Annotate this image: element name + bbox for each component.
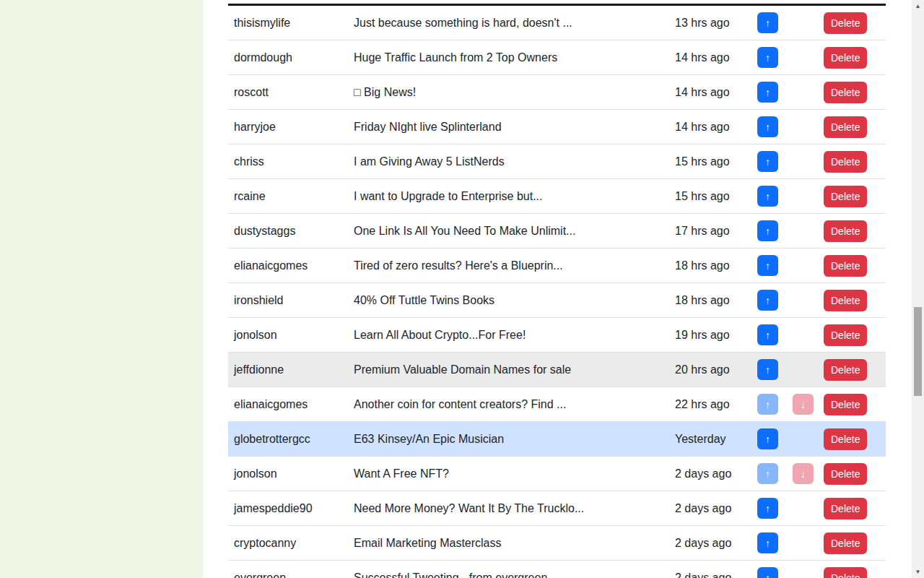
delete-cell: Delete bbox=[818, 463, 886, 485]
message-subject: Learn All About Crypto...For Free! bbox=[348, 329, 669, 342]
downvote-cell: ↓ bbox=[787, 463, 818, 484]
table-row[interactable]: cryptocanny Email Marketing Masterclass … bbox=[228, 526, 886, 561]
delete-button[interactable]: Delete bbox=[824, 12, 867, 34]
upvote-cell: ↑ bbox=[751, 324, 787, 345]
table-row[interactable]: thisismylife Just because something is h… bbox=[228, 6, 886, 40]
message-subject: 40% Off Tuttle Twins Books bbox=[348, 294, 669, 307]
upvote-cell: ↑ bbox=[751, 220, 787, 241]
message-subject: I am Giving Away 5 ListNerds bbox=[348, 155, 669, 168]
upvote-button[interactable]: ↑ bbox=[757, 324, 778, 345]
table-row[interactable]: jonolson Want A Free NFT? 2 days ago ↑ ↓… bbox=[228, 457, 886, 491]
upvote-button[interactable]: ↑ bbox=[757, 567, 778, 578]
delete-button[interactable]: Delete bbox=[824, 463, 867, 485]
upvote-button[interactable]: ↑ bbox=[757, 290, 778, 311]
delete-button[interactable]: Delete bbox=[824, 220, 867, 242]
downvote-cell: ↓ bbox=[787, 394, 818, 415]
up-arrow-icon: ↑ bbox=[765, 538, 770, 548]
table-row[interactable]: dustystaggs One Link Is All You Need To … bbox=[228, 214, 886, 249]
upvote-button[interactable]: ↑ bbox=[757, 498, 778, 519]
table-row[interactable]: elianaicgomes Another coin for content c… bbox=[228, 387, 886, 422]
up-arrow-icon: ↑ bbox=[765, 330, 770, 340]
table-row[interactable]: chriss I am Giving Away 5 ListNerds 15 h… bbox=[228, 144, 886, 179]
up-arrow-icon: ↑ bbox=[765, 365, 770, 375]
message-subject: Tired of zero results? Here's a Blueprin… bbox=[348, 259, 669, 272]
upvote-button[interactable]: ↑ bbox=[757, 47, 778, 68]
table-row[interactable]: roscott □ Big News! 14 hrs ago ↑ ↓ Delet… bbox=[228, 75, 886, 110]
sender-username: cryptocanny bbox=[228, 537, 348, 550]
upvote-button[interactable]: ↑ bbox=[757, 532, 778, 553]
scrollbar-thumb[interactable] bbox=[914, 307, 922, 396]
delete-button[interactable]: Delete bbox=[824, 116, 867, 138]
table-row[interactable]: ironshield 40% Off Tuttle Twins Books 18… bbox=[228, 283, 886, 318]
delete-button[interactable]: Delete bbox=[824, 186, 867, 207]
up-arrow-icon: ↑ bbox=[765, 18, 770, 28]
downvote-button[interactable]: ↓ bbox=[793, 394, 814, 415]
upvote-button[interactable]: ↑ bbox=[757, 463, 778, 484]
delete-button[interactable]: Delete bbox=[824, 82, 867, 103]
delete-button[interactable]: Delete bbox=[824, 359, 867, 381]
upvote-button[interactable]: ↑ bbox=[757, 12, 778, 33]
upvote-cell: ↑ bbox=[751, 567, 787, 578]
delete-button[interactable]: Delete bbox=[824, 532, 867, 554]
delete-cell: Delete bbox=[818, 220, 886, 242]
delete-button[interactable]: Delete bbox=[824, 290, 867, 311]
up-arrow-icon: ↑ bbox=[765, 434, 770, 444]
upvote-cell: ↑ bbox=[751, 82, 787, 103]
scroll-up-arrow-icon[interactable]: ▲ bbox=[912, 0, 924, 12]
delete-cell: Delete bbox=[818, 290, 886, 311]
message-subject: One Link Is All You Need To Make Unlimit… bbox=[348, 225, 669, 238]
timestamp: 18 hrs ago bbox=[669, 259, 751, 272]
delete-button[interactable]: Delete bbox=[824, 255, 867, 277]
upvote-button[interactable]: ↑ bbox=[757, 82, 778, 103]
table-row[interactable]: rcaine I want to Upgrade to Enterprise b… bbox=[228, 179, 886, 214]
delete-button[interactable]: Delete bbox=[824, 151, 867, 173]
timestamp: 15 hrs ago bbox=[669, 155, 751, 168]
upvote-button[interactable]: ↑ bbox=[757, 116, 778, 137]
up-arrow-icon: ↑ bbox=[765, 296, 770, 306]
delete-button[interactable]: Delete bbox=[824, 324, 867, 346]
table-row[interactable]: globetrottergcc E63 Kinsey/An Epic Music… bbox=[228, 422, 886, 457]
message-subject: I want to Upgrade to Enterprise but... bbox=[348, 190, 669, 203]
upvote-button[interactable]: ↑ bbox=[757, 255, 778, 276]
timestamp: 14 hrs ago bbox=[669, 51, 751, 64]
upvote-cell: ↑ bbox=[751, 186, 787, 207]
scroll-down-arrow-icon[interactable]: ▼ bbox=[912, 566, 924, 578]
delete-button[interactable]: Delete bbox=[824, 428, 867, 450]
message-subject: Just because something is hard, doesn't … bbox=[348, 17, 669, 30]
sender-username: chriss bbox=[228, 155, 348, 168]
vertical-scrollbar[interactable]: ▲ ▼ bbox=[912, 0, 924, 578]
downvote-button[interactable]: ↓ bbox=[793, 463, 814, 484]
table-row[interactable]: evergreen Successful Tweeting - from eve… bbox=[228, 561, 886, 578]
delete-cell: Delete bbox=[818, 498, 886, 519]
delete-button[interactable]: Delete bbox=[824, 567, 867, 578]
upvote-cell: ↑ bbox=[751, 116, 787, 137]
message-subject: Huge Traffic Launch from 2 Top Owners bbox=[348, 51, 669, 64]
table-row[interactable]: harryjoe Friday NIght live Splinterland … bbox=[228, 110, 886, 144]
upvote-cell: ↑ bbox=[751, 12, 787, 33]
timestamp: 14 hrs ago bbox=[669, 121, 751, 134]
sender-username: harryjoe bbox=[228, 121, 348, 134]
upvote-button[interactable]: ↑ bbox=[757, 428, 778, 449]
upvote-button[interactable]: ↑ bbox=[757, 394, 778, 415]
timestamp: 15 hrs ago bbox=[669, 190, 751, 203]
table-row[interactable]: elianaicgomes Tired of zero results? Her… bbox=[228, 249, 886, 283]
table-row[interactable]: jonolson Learn All About Crypto...For Fr… bbox=[228, 318, 886, 353]
sender-username: jonolson bbox=[228, 467, 348, 480]
sender-username: jeffdionne bbox=[228, 363, 348, 376]
delete-button[interactable]: Delete bbox=[824, 498, 867, 519]
up-arrow-icon: ↑ bbox=[765, 261, 770, 271]
upvote-button[interactable]: ↑ bbox=[757, 151, 778, 172]
delete-cell: Delete bbox=[818, 359, 886, 381]
table-row[interactable]: dormdough Huge Traffic Launch from 2 Top… bbox=[228, 40, 886, 75]
message-subject: Want A Free NFT? bbox=[348, 467, 669, 480]
delete-button[interactable]: Delete bbox=[824, 47, 867, 69]
delete-cell: Delete bbox=[818, 324, 886, 346]
delete-button[interactable]: Delete bbox=[824, 394, 867, 415]
delete-cell: Delete bbox=[818, 567, 886, 578]
sender-username: dustystaggs bbox=[228, 225, 348, 238]
upvote-button[interactable]: ↑ bbox=[757, 220, 778, 241]
upvote-button[interactable]: ↑ bbox=[757, 186, 778, 207]
table-row[interactable]: jeffdionne Premium Valuable Domain Names… bbox=[228, 353, 886, 387]
upvote-button[interactable]: ↑ bbox=[757, 359, 778, 380]
table-row[interactable]: jamespeddie90 Need More Money? Want It B… bbox=[228, 491, 886, 526]
